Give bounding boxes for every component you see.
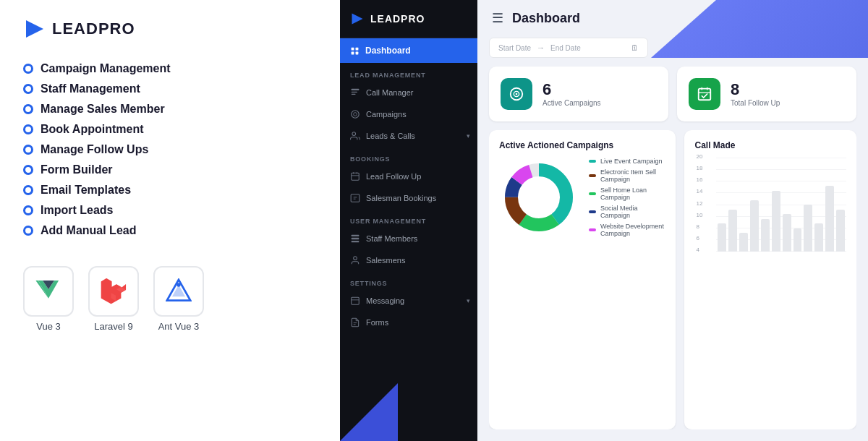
chart-legend: Live Event Campaign Electronic Item Sell… (589, 158, 665, 237)
nav-item-0[interactable]: Campaign Management (23, 61, 317, 77)
sidebar-item-dashboard[interactable]: Dashboard (340, 38, 477, 63)
svg-rect-9 (352, 47, 354, 50)
sidebar-item-staff-members[interactable]: Staff Members (340, 228, 477, 249)
y-label-12: 12 (696, 200, 702, 207)
salesman-bookings-icon (350, 193, 360, 203)
forms-icon (350, 317, 360, 327)
svg-point-7 (176, 283, 180, 286)
leads-calls-arrow: ▾ (467, 132, 470, 140)
sidebar-item-leads-calls-label: Leads & Calls (366, 132, 415, 140)
sidebar-item-messaging-label: Messaging (366, 296, 404, 305)
nav-item-1[interactable]: Staff Management (23, 81, 317, 97)
sidebar-item-forms[interactable]: Forms (340, 312, 477, 333)
legend-label-4: Website Development Campaign (600, 223, 665, 237)
date-separator: → (537, 43, 545, 52)
nav-item-8[interactable]: Add Manual Lead (23, 223, 317, 239)
svg-rect-19 (352, 173, 359, 180)
y-label-16: 16 (696, 176, 702, 183)
nav-item-3[interactable]: Book Appointment (23, 121, 317, 137)
nav-item-4[interactable]: Manage Follow Ups (23, 142, 317, 158)
dashboard-icon (350, 46, 359, 56)
legend-item-3: Social Media Campaign (589, 205, 665, 219)
bar-9 (804, 205, 812, 252)
sidebar-item-forms-label: Forms (366, 318, 388, 327)
nav-bullet-6 (23, 185, 33, 195)
donut-chart (499, 158, 579, 237)
leads-calls-icon (350, 131, 360, 141)
nav-item-7[interactable]: Import Leads (23, 202, 317, 218)
sidebar-item-leads-calls[interactable]: Leads & Calls ▾ (340, 125, 477, 147)
sidebar-item-call-manager-label: Call Manager (366, 88, 413, 97)
campaigns-stat-icon-box (501, 78, 532, 110)
start-date-label: Start Date (498, 44, 531, 52)
legend-label-2: Sell Home Loan Campaign (600, 187, 665, 201)
tech-badge-vue: Vue 3 (23, 266, 74, 332)
bar-2 (728, 210, 737, 252)
bar-4 (750, 200, 759, 252)
followup-stat-icon-box (689, 78, 720, 110)
sidebar-item-salesmens-label: Salesmens (366, 256, 405, 265)
legend-dot-1 (589, 174, 596, 177)
nav-item-2[interactable]: Manage Sales Member (23, 101, 317, 117)
nav-label-5: Form Builder (41, 163, 113, 176)
logo-icon (23, 17, 46, 40)
legend-dot-4 (589, 228, 596, 231)
sidebar-item-staff-members-label: Staff Members (366, 234, 417, 243)
svg-rect-21 (352, 235, 359, 236)
sidebar-item-lead-follow-up[interactable]: Lead Follow Up (340, 166, 477, 187)
svg-point-24 (354, 257, 357, 260)
sidebar-item-lead-follow-up-label: Lead Follow Up (366, 172, 421, 181)
legend-item-1: Electronic Item Sell Campaign (589, 168, 665, 183)
bar-11 (825, 186, 834, 252)
laravel-logo-icon (101, 278, 127, 304)
svg-rect-15 (352, 94, 356, 95)
messaging-icon (350, 296, 360, 306)
nav-bullet-8 (23, 226, 33, 236)
stat-card-campaigns: 6 Active Campaigns (489, 67, 668, 121)
vue-icon-box (23, 266, 74, 317)
svg-point-28 (516, 93, 518, 95)
laravel-icon-box (88, 266, 139, 317)
svg-rect-20 (351, 194, 359, 202)
bar-10 (814, 223, 823, 252)
donut-container: Live Event Campaign Electronic Item Sell… (499, 158, 665, 237)
sidebar-item-call-manager[interactable]: Call Manager (340, 82, 477, 103)
sidebar-item-salesmens[interactable]: Salesmens (340, 249, 477, 271)
nav-item-6[interactable]: Email Templates (23, 182, 317, 198)
legend-label-0: Live Event Campaign (600, 158, 663, 165)
legend-dot-3 (589, 210, 596, 213)
svg-rect-10 (356, 47, 359, 50)
sidebar-item-dashboard-label: Dashboard (365, 46, 411, 56)
svg-rect-11 (352, 51, 354, 54)
followup-stat-info: 8 Total Follow Up (731, 82, 780, 107)
bar-6 (772, 191, 780, 252)
laravel-label: Laravel 9 (94, 321, 132, 332)
svg-rect-23 (352, 241, 359, 242)
bar-12 (836, 210, 845, 252)
y-label-8: 8 (696, 223, 699, 230)
nav-label-6: Email Templates (41, 184, 131, 197)
nav-item-5[interactable]: Form Builder (23, 162, 317, 178)
bar-chart-container: 20 18 16 14 12 10 8 6 4 (694, 158, 846, 252)
svg-rect-14 (352, 92, 357, 93)
nav-label-4: Manage Follow Ups (41, 143, 148, 156)
sidebar-section-bookings: Bookings (340, 147, 477, 166)
right-content: ☰ Dashboard Start Date → End Date 🗓 (477, 0, 868, 441)
call-manager-icon (350, 87, 360, 98)
staff-members-icon (350, 234, 360, 244)
svg-rect-22 (352, 238, 359, 239)
antvu-label: Ant Vue 3 (158, 321, 200, 332)
sidebar-nav: Dashboard Lead Management Call Manager C… (340, 38, 477, 441)
charts-row: Active Actioned Campaigns (489, 130, 856, 429)
legend-item-4: Website Development Campaign (589, 223, 665, 237)
sidebar-item-campaigns[interactable]: Campaigns (340, 103, 477, 125)
sidebar-item-salesman-bookings[interactable]: Salesman Bookings (340, 187, 477, 209)
sidebar-logo-icon (350, 12, 365, 26)
page-title: Dashboard (512, 11, 580, 26)
legend-label-3: Social Media Campaign (600, 205, 665, 219)
lead-follow-up-icon (350, 171, 360, 181)
sidebar-item-messaging[interactable]: Messaging ▾ (340, 290, 477, 312)
sidebar: LEADPRO Dashboard Lead Management (340, 0, 477, 441)
date-filter[interactable]: Start Date → End Date 🗓 (489, 38, 648, 58)
hamburger-icon[interactable]: ☰ (492, 10, 503, 26)
